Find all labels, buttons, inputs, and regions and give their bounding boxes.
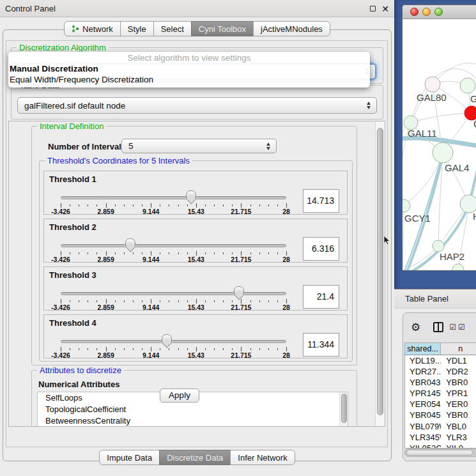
tab-discretize-data[interactable]: Discretize Data: [159, 450, 231, 465]
table-row[interactable]: YBL079WYBL0: [405, 421, 476, 432]
threshold-value-field[interactable]: 11.344: [303, 333, 339, 357]
threshold-value-field[interactable]: 14.713: [303, 189, 339, 213]
threshold-value-field[interactable]: 21.4: [303, 285, 339, 309]
slider-thumb[interactable]: [186, 190, 196, 199]
slider-tick: [124, 252, 125, 254]
tab-select[interactable]: Select: [153, 21, 192, 36]
scrollbar-thumb[interactable]: [377, 128, 383, 415]
cell[interactable]: YLR3: [441, 432, 476, 443]
slider-thumb[interactable]: [125, 238, 135, 247]
select-none-checkbox-icon[interactable]: ☑: [458, 323, 466, 332]
slider-tick: [259, 300, 260, 302]
cell[interactable]: YBR0: [441, 410, 476, 420]
slider-tick: [250, 348, 251, 350]
cell[interactable]: YDL1: [441, 355, 476, 366]
table-row[interactable]: YBR043CYBR0: [405, 377, 476, 388]
table-row[interactable]: YER054CYER0: [405, 399, 476, 410]
scrollbar-thumb[interactable]: [341, 394, 347, 423]
tab-label: Cyni Toolbox: [199, 24, 246, 34]
vertical-scrollbar[interactable]: [375, 121, 385, 426]
tab-impute-data[interactable]: Impute Data: [99, 450, 160, 465]
network-node[interactable]: [433, 240, 444, 252]
slider-thumb[interactable]: [162, 334, 172, 342]
network-node[interactable]: [433, 142, 453, 163]
column-header-name[interactable]: n: [441, 343, 476, 355]
table-row[interactable]: YIL052CYIL0: [405, 443, 476, 449]
cell[interactable]: YDR27...: [405, 366, 441, 377]
tab-infer-network[interactable]: Infer Network: [230, 450, 295, 465]
slider-tick: [187, 348, 188, 350]
split-columns-icon[interactable]: [433, 322, 443, 332]
cell[interactable]: YDL19...: [405, 355, 441, 366]
dropdown-option-manual[interactable]: Manual Discretization: [8, 63, 370, 74]
table-row[interactable]: YPR145WYPR1: [405, 388, 476, 399]
table-row[interactable]: YLR345WYLR3: [405, 432, 476, 443]
dropdown-option-equal-width[interactable]: Equal Width/Frequency Discretization: [8, 74, 370, 85]
scrollbar-thumb[interactable]: [406, 450, 473, 456]
cell[interactable]: YPR1: [441, 388, 476, 399]
slider-tick-label: 21.715: [231, 256, 251, 263]
list-item[interactable]: TopologicalCoefficient: [38, 404, 348, 415]
cell[interactable]: YBR043C: [405, 377, 441, 388]
table-row[interactable]: YBR045CYBR0: [405, 410, 476, 420]
slider-track[interactable]: [61, 340, 286, 343]
slider-tick: [205, 300, 206, 302]
select-all-checkbox-icon[interactable]: ☑: [449, 323, 457, 332]
slider-tick-label: 21.715: [231, 208, 251, 215]
tab-network[interactable]: Network: [64, 21, 121, 36]
zoom-window-icon[interactable]: [434, 8, 443, 16]
network-node[interactable]: [460, 78, 475, 93]
network-node-label: GCY1: [404, 213, 431, 224]
slider-track[interactable]: [61, 244, 286, 247]
cell[interactable]: YPR145W: [405, 388, 441, 399]
network-node[interactable]: [452, 264, 464, 271]
cell[interactable]: YBL0: [441, 421, 476, 432]
column-header-shared-name[interactable]: shared...: [405, 343, 441, 355]
slider-tick: [96, 300, 97, 302]
cell[interactable]: YIL0: [441, 443, 476, 449]
table-row[interactable]: YDL19...YDL1: [405, 355, 476, 366]
slider-tick: [151, 347, 151, 351]
tab-style[interactable]: Style: [120, 21, 154, 36]
cell[interactable]: YBL079W: [405, 421, 441, 432]
slider-track[interactable]: [61, 196, 286, 199]
network-node[interactable]: [460, 195, 476, 213]
cell[interactable]: YBR045C: [405, 410, 441, 420]
slider-tick-label: 28: [282, 256, 290, 263]
cell[interactable]: YIL052C: [405, 443, 441, 449]
cell[interactable]: YDR2: [441, 366, 476, 377]
cell[interactable]: YBR0: [441, 377, 476, 388]
slider-thumb[interactable]: [234, 286, 244, 295]
tab-jactivemnodules[interactable]: jActiveMNodules: [253, 21, 330, 36]
network-edge[interactable]: [411, 113, 472, 123]
slider-tick: [142, 300, 142, 302]
cell[interactable]: YER0: [441, 399, 476, 410]
network-node[interactable]: [425, 77, 440, 92]
slider-track[interactable]: [61, 292, 286, 295]
tab-cyni-toolbox[interactable]: Cyni Toolbox: [191, 21, 254, 36]
apply-button[interactable]: Apply: [160, 388, 199, 403]
slider-tick-label: -3.426: [51, 208, 70, 215]
close-icon[interactable]: ✕: [381, 4, 389, 13]
slider-tick: [160, 204, 160, 206]
network-edge[interactable]: [403, 206, 404, 270]
close-window-icon[interactable]: [410, 8, 418, 16]
list-scrollbar[interactable]: [339, 392, 348, 427]
threshold-value-field[interactable]: 6.316: [303, 237, 339, 261]
table-data-combobox[interactable]: galFiltered.sif default node: [17, 97, 377, 114]
number-of-intervals-combobox[interactable]: 5: [121, 139, 277, 153]
cell[interactable]: YLR345W: [405, 432, 441, 443]
threshold-label: Threshold 1: [49, 174, 96, 184]
tab-label: Impute Data: [107, 453, 152, 463]
gear-icon[interactable]: ⚙: [411, 321, 420, 334]
horizontal-scrollbar[interactable]: [404, 449, 476, 457]
list-item[interactable]: BetweennessCentrality: [38, 415, 348, 427]
network-node-label: GAL4: [445, 162, 469, 173]
slider-tick: [169, 348, 169, 350]
cell[interactable]: YER054C: [405, 399, 441, 410]
network-view-canvas[interactable]: GAL80GCGAL11GAL4GCY1HHAP2: [403, 19, 476, 271]
table-row[interactable]: YDR27...YDR2: [405, 366, 476, 377]
slider-tick-labels: -3.4262.8599.14415.4321.71528: [61, 256, 286, 263]
float-panel-icon[interactable]: [370, 6, 376, 12]
minimize-window-icon[interactable]: [422, 8, 431, 16]
